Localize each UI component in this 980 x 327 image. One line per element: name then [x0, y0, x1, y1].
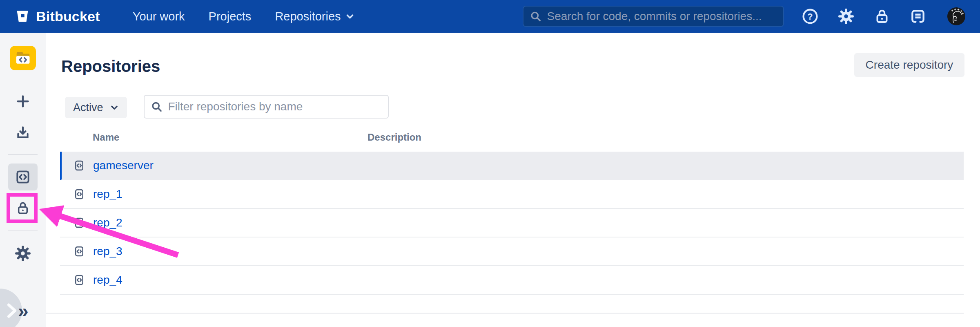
table-row-rep-3[interactable]: rep_3: [60, 237, 964, 266]
search-icon: [529, 9, 542, 23]
repository-table: gameserver rep_1 rep_2: [60, 152, 964, 295]
avatar-image: [947, 7, 965, 25]
bitbucket-repositories-page: Bitbucket Your work Projects Repositorie…: [0, 0, 980, 327]
folder-code-icon: [12, 47, 33, 69]
help-icon: ?: [802, 8, 819, 25]
repository-link[interactable]: gameserver: [93, 159, 154, 172]
bitbucket-bucket-icon: [15, 9, 30, 24]
repository-icon: [73, 215, 86, 230]
repository-icon: [73, 273, 86, 287]
import-download-icon: [15, 125, 31, 141]
top-navbar: Bitbucket Your work Projects Repositorie…: [0, 0, 980, 33]
main-content: Repositories Create repository Active Na…: [46, 33, 980, 327]
nav-item-your-work[interactable]: Your work: [133, 10, 185, 23]
add-button[interactable]: [15, 93, 31, 110]
settings-button[interactable]: [837, 7, 855, 25]
repository-link[interactable]: rep_2: [93, 216, 122, 229]
primary-nav: Your work Projects Repositories: [133, 10, 355, 23]
user-avatar[interactable]: [947, 7, 965, 25]
gear-icon: [14, 245, 31, 262]
code-square-icon: [14, 168, 31, 186]
page-title: Repositories: [61, 57, 160, 76]
left-sidebar: »: [0, 33, 46, 327]
expand-sidebar-icon[interactable]: »: [18, 301, 29, 320]
search-icon: [150, 100, 163, 114]
table-row-rep-4[interactable]: rep_4: [60, 266, 964, 295]
status-filter-dropdown[interactable]: Active: [65, 97, 127, 118]
gear-icon: [837, 8, 855, 25]
sidebar-item-security[interactable]: [15, 200, 31, 216]
chevron-down-icon: [345, 11, 355, 21]
column-header-description: Description: [368, 132, 421, 143]
bitbucket-logo[interactable]: Bitbucket: [15, 9, 100, 25]
svg-text:?: ?: [807, 11, 813, 22]
table-row-gameserver[interactable]: gameserver: [60, 152, 964, 180]
plus-icon: [15, 93, 31, 110]
repository-link[interactable]: rep_3: [93, 245, 122, 258]
table-row-rep-1[interactable]: rep_1: [60, 180, 964, 209]
repository-link[interactable]: rep_4: [93, 273, 122, 287]
project-avatar[interactable]: [10, 46, 36, 70]
chevron-down-icon: [110, 103, 119, 112]
repository-filter[interactable]: [144, 95, 389, 119]
import-button[interactable]: [15, 125, 31, 141]
security-lock-icon: [15, 200, 31, 216]
sidebar-item-settings[interactable]: [14, 245, 31, 262]
repository-filter-input[interactable]: [168, 100, 382, 113]
feedback-button[interactable]: [909, 7, 927, 25]
nav-item-projects[interactable]: Projects: [209, 10, 252, 23]
sidebar-divider: [8, 230, 38, 231]
create-repository-button[interactable]: Create repository: [854, 53, 964, 77]
repository-link[interactable]: rep_1: [93, 188, 122, 201]
security-button[interactable]: [873, 7, 891, 25]
table-row-rep-2[interactable]: rep_2: [60, 209, 964, 237]
status-filter-value: Active: [73, 101, 103, 114]
feedback-icon: [909, 8, 927, 25]
brand-name: Bitbucket: [36, 9, 100, 25]
global-search-input[interactable]: [547, 10, 777, 23]
help-button[interactable]: ?: [801, 7, 819, 25]
sidebar-item-repositories-selected[interactable]: [8, 164, 38, 190]
repository-icon: [73, 158, 86, 173]
global-search[interactable]: [523, 6, 784, 27]
sidebar-divider: [8, 154, 38, 155]
repository-icon: [73, 244, 86, 259]
content-bottom-divider: [46, 313, 964, 314]
repository-icon: [73, 187, 86, 202]
lock-icon: [873, 8, 891, 25]
nav-item-repositories[interactable]: Repositories: [275, 10, 354, 23]
column-header-name: Name: [93, 132, 119, 143]
